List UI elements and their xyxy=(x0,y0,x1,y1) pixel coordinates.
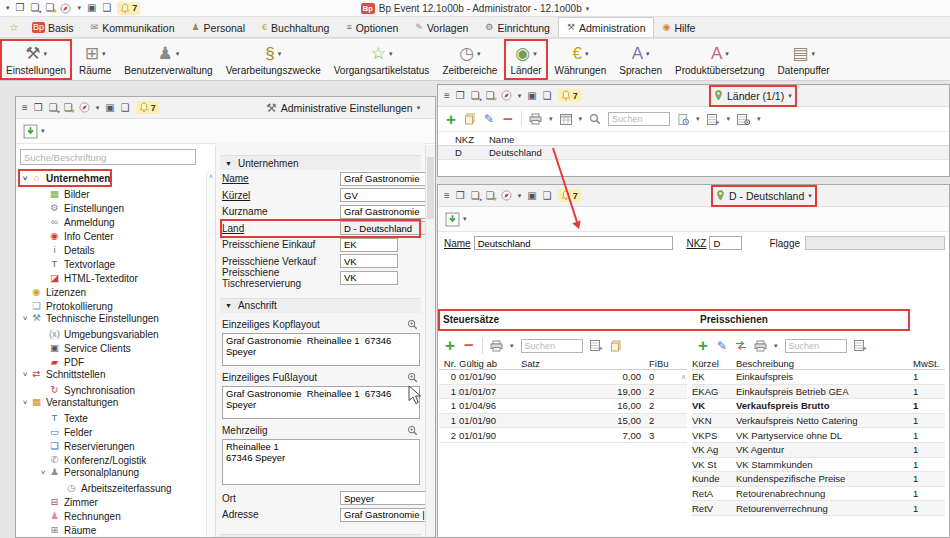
image-icon[interactable]: ▣ xyxy=(527,91,536,101)
window-title[interactable]: D - Deutschland ▾ xyxy=(716,190,812,202)
tree-item[interactable]: ⚙ Einstellungen xyxy=(17,199,215,213)
tree-item[interactable]: ❏ Protokollierung xyxy=(17,297,215,311)
address-textarea[interactable]: Rheinallee 1 67346 Speyer xyxy=(222,439,420,485)
compass-icon[interactable] xyxy=(501,90,512,101)
ribbon-button[interactable]: ▤ ▾ Datenpuffer xyxy=(774,41,834,78)
column-header[interactable]: Beschreibung xyxy=(736,358,913,369)
column-header[interactable]: Gültig ab xyxy=(459,358,521,369)
magnifier-plus-icon[interactable] xyxy=(407,425,418,436)
chevron-down-icon[interactable]: ▾ xyxy=(788,92,792,100)
import-dropdown-icon[interactable]: ▾ xyxy=(41,127,45,135)
page-clock-icon[interactable]: ❏ xyxy=(49,103,58,113)
compass-icon[interactable] xyxy=(60,3,71,14)
image-icon[interactable]: ▣ xyxy=(105,103,114,113)
title-dropdown-icon[interactable]: ▾ xyxy=(586,5,590,13)
column-header[interactable]: Name xyxy=(489,134,949,145)
table-row[interactable]: VK Ag VK Agentur 1 xyxy=(692,443,945,458)
tree-item[interactable]: ˅ ⌂ Unternehmen xyxy=(17,171,215,185)
table-row[interactable]: Kunde Kundenspezifische Preise 1 xyxy=(692,472,945,487)
tree-item[interactable]: i Details xyxy=(17,241,215,255)
table-row[interactable]: 2 01/01/90 7,00 3 xyxy=(439,428,687,443)
import-button[interactable] xyxy=(445,212,460,227)
collapse-icon[interactable]: ▼ xyxy=(225,302,232,309)
column-header[interactable]: Satz xyxy=(521,358,649,369)
table-row[interactable]: EK Einkaufspreis 1 xyxy=(692,370,945,385)
quick-access-dropdown-icon[interactable]: ▾ xyxy=(6,4,10,12)
page-star-icon[interactable]: ❏ xyxy=(486,91,495,101)
table-row[interactable]: VK Verkaufspreis Brutto 1 xyxy=(692,399,945,414)
grid-dropdown-icon[interactable]: ▾ xyxy=(579,115,583,123)
collapse-icon[interactable]: ▼ xyxy=(225,160,232,167)
run-dropdown-icon[interactable]: ▾ xyxy=(757,115,761,123)
chevron-down-icon[interactable]: ▾ xyxy=(102,50,106,58)
edit-button[interactable]: ✎ xyxy=(483,110,495,128)
notification-bell[interactable]: 7 xyxy=(136,101,159,114)
ribbon-tab[interactable]: € Buchhaltung xyxy=(253,17,337,37)
print-dropdown-icon[interactable]: ▾ xyxy=(510,342,514,350)
chevron-down-icon[interactable]: ▾ xyxy=(808,192,812,200)
table-export-button[interactable] xyxy=(590,337,603,355)
nkz-input[interactable] xyxy=(709,236,742,250)
tree-item[interactable]: ∞ Anmeldung xyxy=(17,213,215,227)
notification-bell[interactable]: 7 xyxy=(558,189,581,202)
field-input[interactable] xyxy=(340,188,425,202)
form-scrollbar[interactable] xyxy=(425,145,435,537)
chevron-down-icon[interactable]: ▾ xyxy=(417,104,421,112)
hamburger-menu-icon[interactable]: ≡ xyxy=(444,91,450,101)
tree-item[interactable]: T Textvorlage xyxy=(17,255,215,269)
tree-item[interactable]: ◉ Lizenzen xyxy=(17,283,215,297)
ribbon-tab[interactable]: ♟ Personal xyxy=(183,17,254,37)
tree-item[interactable]: (x) Umgebungsvariablen xyxy=(17,325,215,339)
windows-icon[interactable]: ❐ xyxy=(456,91,465,101)
search-input[interactable] xyxy=(608,112,670,126)
ort-input[interactable] xyxy=(340,491,425,505)
tree-item[interactable]: ▦ Bilder xyxy=(17,185,215,199)
tree-item[interactable]: ♟ Rechnungen xyxy=(17,507,215,521)
page-star-icon[interactable]: ❏ xyxy=(45,3,54,13)
tree-expand-icon[interactable]: ˅ xyxy=(20,398,30,407)
page-clock-icon[interactable]: ❏ xyxy=(30,3,39,13)
print-dropdown-icon[interactable]: ▾ xyxy=(549,115,553,123)
comment-icon[interactable]: ❑ xyxy=(543,91,552,101)
delete-button[interactable]: − xyxy=(463,337,475,355)
search-icon[interactable] xyxy=(589,110,601,128)
search-input[interactable] xyxy=(521,339,583,353)
ribbon-button[interactable]: § ▾ Verarbeitungszwecke xyxy=(222,41,325,78)
tree-item[interactable]: ◉ Info Center xyxy=(17,227,215,241)
table-row[interactable]: RetV Retourenverrechnung 1 xyxy=(692,501,945,516)
tree-expand-icon[interactable]: ˅ xyxy=(20,370,30,379)
tree-item[interactable]: ⊞ Räume xyxy=(17,521,215,535)
tree-item[interactable]: ˅ ⇄ Schnittstellen xyxy=(17,367,215,381)
tree-search-input[interactable] xyxy=(20,149,196,165)
tree-item[interactable]: ˅ ▦ Veranstaltungen xyxy=(17,395,215,409)
hamburger-menu-icon[interactable]: ≡ xyxy=(22,103,28,113)
ribbon-tab[interactable]: Bp Basis xyxy=(24,17,82,37)
page-star-icon[interactable]: ❏ xyxy=(486,191,495,201)
comment-icon[interactable]: ❑ xyxy=(121,103,130,113)
compass-dropdown-icon[interactable]: ▾ xyxy=(77,4,81,12)
column-header[interactable]: NKZ xyxy=(455,134,489,145)
table-row[interactable]: VKN Verkaufspreis Netto Catering 1 xyxy=(692,414,945,429)
ribbon-tab[interactable]: ⚒ Administration xyxy=(558,17,654,37)
ribbon-tab[interactable]: ✎ Vorlagen xyxy=(406,17,476,37)
column-header[interactable]: Kürzel xyxy=(692,358,736,369)
table-export-button[interactable] xyxy=(707,110,720,128)
swap-button[interactable] xyxy=(735,337,747,355)
delete-button[interactable]: − xyxy=(502,110,514,128)
print-dropdown-icon[interactable]: ▾ xyxy=(774,342,778,350)
chevron-down-icon[interactable]: ▾ xyxy=(176,50,180,58)
ribbon-button[interactable]: € ▾ Währungen xyxy=(551,41,611,78)
table-row[interactable]: 1 01/04/96 16,00 2 xyxy=(439,399,687,414)
magnifier-plus-icon[interactable] xyxy=(407,319,418,330)
ribbon-button[interactable]: ♟ ▾ Benutzerverwaltung xyxy=(120,41,216,78)
print-button[interactable] xyxy=(754,337,767,355)
table-row[interactable]: 1 01/01/07 19,00 2 xyxy=(439,385,687,400)
tree-expand-icon[interactable]: ˅ xyxy=(20,314,30,323)
comment-icon[interactable]: ❑ xyxy=(102,3,111,13)
table-row[interactable]: EKAG Einkaufspreis Betrieb GEA 1 xyxy=(692,385,945,400)
scrollbar-thumb[interactable] xyxy=(427,157,434,219)
address-textarea[interactable]: Graf Gastronomie Rheinallee 1 67346 Spey… xyxy=(222,333,420,366)
ribbon-button[interactable]: ☆ ▾ Vorgangsartikelstatus xyxy=(330,41,434,78)
field-input[interactable] xyxy=(340,221,425,235)
compass-dropdown-icon[interactable]: ▾ xyxy=(518,92,522,100)
